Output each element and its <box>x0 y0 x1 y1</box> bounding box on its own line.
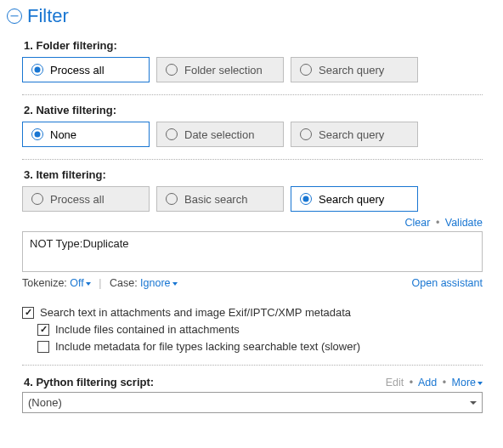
checkbox-group: Search text in attachments and image Exi… <box>22 306 496 353</box>
case-dropdown[interactable]: Ignore <box>140 277 177 289</box>
chevron-down-icon <box>470 401 477 405</box>
native-search-query[interactable]: Search query <box>291 122 418 147</box>
radio-label: None <box>50 128 76 141</box>
item-filtering-row: Process all Basic search Search query <box>22 186 496 212</box>
radio-icon <box>31 193 43 205</box>
radio-label: Search query <box>319 64 384 77</box>
select-value: (None) <box>28 396 62 409</box>
panel-header: Filter <box>0 0 503 31</box>
chevron-down-icon <box>478 382 483 385</box>
radio-icon <box>166 128 178 140</box>
radio-label: Process all <box>50 193 105 206</box>
item-basic-search[interactable]: Basic search <box>156 186 284 212</box>
checkbox-icon[interactable] <box>37 324 49 336</box>
native-date-selection[interactable]: Date selection <box>156 122 284 147</box>
radio-icon <box>300 193 312 205</box>
item-filtering-label: 3. Item filtering: <box>24 168 496 181</box>
panel-body: 1. Folder filtering: Process all Folder … <box>0 39 503 420</box>
collapse-icon[interactable] <box>7 9 22 24</box>
check-search-text[interactable]: Search text in attachments and image Exi… <box>22 306 496 319</box>
radio-label: Search query <box>319 193 384 206</box>
item-search-query[interactable]: Search query <box>291 186 418 212</box>
more-dropdown[interactable]: More <box>452 377 483 388</box>
check-include-metadata[interactable]: Include metadata for file types lacking … <box>37 340 496 353</box>
chevron-down-icon <box>172 282 178 286</box>
pipe-separator: | <box>99 277 101 289</box>
case-label: Case: <box>110 277 138 289</box>
case-value: Ignore <box>140 277 170 289</box>
checkbox-label: Include metadata for file types lacking … <box>55 340 360 353</box>
folder-search-query[interactable]: Search query <box>291 57 418 82</box>
separator <box>22 365 483 366</box>
tokenize-value: Off <box>70 277 83 289</box>
bullet-separator: • <box>443 377 446 388</box>
bullet-separator: • <box>410 377 413 388</box>
query-under-row: Tokenize: Off | Case: Ignore Open assist… <box>22 277 483 289</box>
checkbox-label: Include files contained in attachments <box>55 323 240 336</box>
folder-filtering-row: Process all Folder selection Search quer… <box>22 57 496 82</box>
radio-label: Search query <box>319 128 384 141</box>
radio-icon <box>300 64 312 76</box>
radio-icon <box>31 64 43 76</box>
checkbox-icon[interactable] <box>37 341 49 353</box>
search-query-input[interactable] <box>22 231 483 272</box>
check-include-files[interactable]: Include files contained in attachments <box>37 323 496 336</box>
folder-filtering-label: 1. Folder filtering: <box>24 39 496 52</box>
validate-link[interactable]: Validate <box>445 217 483 229</box>
separator <box>22 159 483 160</box>
query-options: Tokenize: Off | Case: Ignore <box>22 277 178 289</box>
add-link[interactable]: Add <box>418 377 437 388</box>
radio-label: Process all <box>50 64 105 77</box>
clear-link[interactable]: Clear <box>405 217 431 229</box>
radio-icon <box>166 64 178 76</box>
folder-process-all[interactable]: Process all <box>22 57 150 82</box>
python-filtering-label: 4. Python filtering script: <box>24 376 154 388</box>
edit-link: Edit <box>386 377 404 388</box>
folder-selection[interactable]: Folder selection <box>156 57 284 82</box>
query-actions: Clear • Validate <box>22 217 483 229</box>
radio-label: Basic search <box>184 193 247 206</box>
bullet-separator: • <box>436 217 439 229</box>
native-filtering-label: 2. Native filtering: <box>24 104 496 116</box>
native-none[interactable]: None <box>22 122 150 147</box>
radio-icon <box>166 193 178 205</box>
checkbox-icon[interactable] <box>22 307 34 319</box>
item-process-all[interactable]: Process all <box>22 186 150 212</box>
native-filtering-row: None Date selection Search query <box>22 122 496 147</box>
more-label: More <box>452 377 476 388</box>
separator <box>22 94 483 95</box>
radio-icon <box>31 128 43 140</box>
panel-title: Filter <box>27 5 69 27</box>
radio-label: Date selection <box>184 128 254 141</box>
python-script-select[interactable]: (None) <box>22 392 483 413</box>
open-assistant-link[interactable]: Open assistant <box>412 277 483 289</box>
checkbox-label: Search text in attachments and image Exi… <box>40 306 351 319</box>
python-script-actions: Edit • Add • More <box>386 377 483 388</box>
chevron-down-icon <box>86 282 91 286</box>
tokenize-dropdown[interactable]: Off <box>70 277 90 289</box>
radio-label: Folder selection <box>184 64 263 77</box>
radio-icon <box>300 128 312 140</box>
tokenize-label: Tokenize: <box>22 277 67 289</box>
